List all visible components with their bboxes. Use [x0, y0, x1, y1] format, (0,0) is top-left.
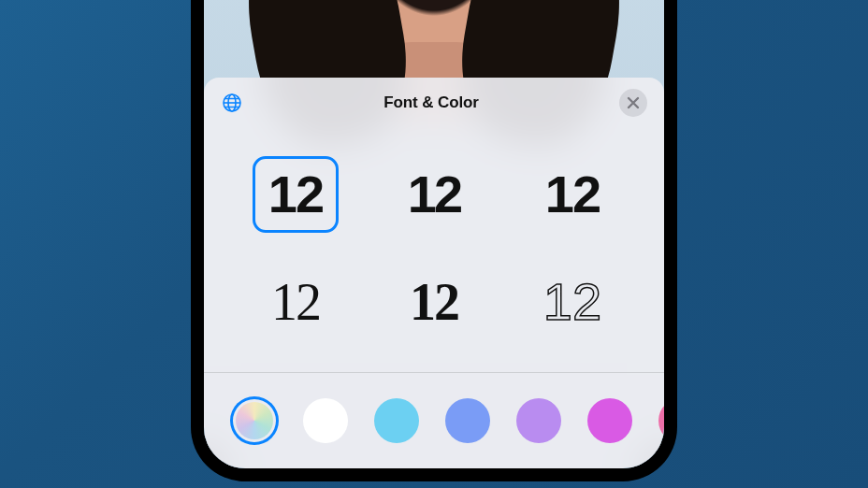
font-option-sf-pro-heavy[interactable]: 12: [382, 152, 486, 237]
color-swatch-pink[interactable]: [657, 396, 664, 445]
color-swatch-sky-blue[interactable]: [372, 396, 421, 445]
font-sample: 12: [408, 168, 460, 221]
font-option-serif-bold[interactable]: 12: [382, 260, 486, 344]
phone-frame: Font & Color 12 12 12 12 12 12: [191, 0, 677, 481]
phone-screen: Font & Color 12 12 12 12 12 12: [204, 0, 664, 468]
color-swatch-dynamic-rainbow[interactable]: [230, 396, 279, 445]
close-button[interactable]: [619, 89, 647, 117]
font-sample: 12: [410, 276, 458, 328]
font-sample: 12: [543, 276, 601, 328]
globe-icon[interactable]: [221, 92, 243, 114]
font-option-stencil[interactable]: 12: [520, 152, 625, 237]
font-option-sf-pro-rounded[interactable]: 12: [253, 156, 339, 233]
font-sample: 12: [268, 168, 323, 221]
color-row: [204, 373, 664, 468]
color-swatch-magenta[interactable]: [586, 396, 634, 445]
rainbow-icon: [236, 402, 273, 439]
font-grid: 12 12 12 12 12 12: [204, 128, 664, 372]
color-swatch-white[interactable]: [301, 396, 350, 445]
font-option-new-york-serif[interactable]: 12: [243, 260, 348, 344]
font-sample: 12: [545, 168, 600, 221]
color-swatch-periwinkle[interactable]: [443, 396, 492, 445]
panel-header: Font & Color: [204, 78, 664, 128]
font-sample: 12: [271, 276, 320, 328]
panel-title: Font & Color: [383, 93, 479, 112]
close-icon: [627, 96, 640, 109]
color-swatch-lavender[interactable]: [514, 396, 563, 445]
font-color-panel: Font & Color 12 12 12 12 12 12: [204, 78, 664, 468]
font-option-outline-inline[interactable]: 12: [520, 260, 625, 344]
